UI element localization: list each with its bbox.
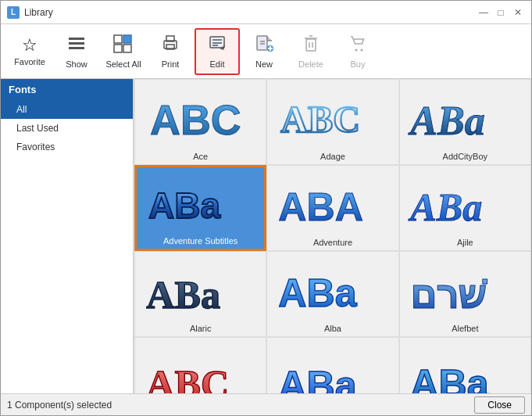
- font-grid: ABC Ace ABC: [134, 79, 531, 393]
- svg-rect-24: [306, 39, 316, 51]
- sidebar-item-favorites[interactable]: Favorites: [1, 138, 133, 156]
- buy-label: Buy: [351, 59, 366, 69]
- toolbar: ☆ Favorite Show Select All: [1, 24, 531, 79]
- show-label: Show: [66, 59, 87, 69]
- font-preview-alba: ABa: [270, 258, 395, 321]
- show-icon: [67, 34, 86, 56]
- font-cell-adventure-subtitles[interactable]: ABa Adventure Subtitles: [134, 165, 266, 251]
- title-controls: — □ ✕: [477, 5, 525, 20]
- svg-text:ABC: ABC: [146, 361, 229, 393]
- main-area: Fonts All Last Used Favorites: [1, 79, 531, 393]
- select-all-label: Select All: [105, 59, 141, 69]
- svg-rect-4: [114, 45, 122, 52]
- font-preview-row4-2: ABa: [270, 344, 395, 393]
- svg-rect-0: [69, 38, 84, 40]
- font-cell-adventure[interactable]: ABA Adventure: [266, 165, 398, 251]
- font-preview-ajile: ABa: [403, 172, 527, 235]
- sidebar-item-last-used[interactable]: Last Used: [1, 119, 133, 138]
- window-icon: L: [7, 6, 20, 19]
- font-cell-alefbet[interactable]: שׁרם Alefbet: [399, 251, 531, 337]
- select-all-button[interactable]: Select All: [101, 28, 146, 75]
- font-cell-adage[interactable]: ABC Adage: [266, 79, 398, 165]
- show-button[interactable]: Show: [54, 28, 99, 75]
- svg-text:ABC: ABC: [280, 99, 360, 140]
- favorite-icon: ☆: [22, 37, 37, 54]
- font-preview-adage: ABC: [270, 86, 395, 149]
- title-bar-left: L Library: [7, 6, 53, 19]
- buy-button[interactable]: Buy: [335, 28, 380, 75]
- close-button[interactable]: Close: [474, 396, 525, 414]
- select-all-icon: [113, 34, 134, 56]
- title-bar: L Library — □ ✕: [1, 1, 531, 24]
- favorite-label: Favorite: [14, 57, 45, 66]
- maximize-button[interactable]: □: [494, 5, 508, 20]
- font-cell-row4-2[interactable]: ABa: [266, 337, 398, 393]
- svg-text:ABa: ABa: [409, 98, 485, 142]
- edit-button[interactable]: Edit: [195, 28, 240, 75]
- edit-label: Edit: [210, 59, 225, 69]
- font-name-addcityboy: AddCityBoy: [443, 152, 487, 161]
- font-preview-adventure-subtitles: ABa: [140, 174, 261, 233]
- new-icon: [255, 34, 273, 56]
- delete-label: Delete: [298, 59, 323, 69]
- sidebar: Fonts All Last Used Favorites: [1, 79, 134, 393]
- font-cell-row4-3[interactable]: ABa: [399, 337, 531, 393]
- font-name-alba: Alba: [324, 324, 341, 333]
- minimize-button[interactable]: —: [477, 5, 491, 20]
- font-cell-ace[interactable]: ABC Ace: [134, 79, 266, 165]
- window-title: Library: [24, 7, 53, 18]
- edit-icon: [208, 34, 227, 56]
- svg-text:ABA: ABA: [278, 185, 363, 228]
- sidebar-item-all[interactable]: All: [1, 100, 133, 119]
- font-preview-alaric: ABa: [138, 258, 262, 321]
- svg-text:ABa: ABa: [146, 272, 220, 314]
- status-bar: 1 Component(s) selected Close: [1, 393, 531, 415]
- svg-rect-2: [69, 47, 84, 49]
- font-name-alefbet: Alefbet: [452, 324, 478, 333]
- svg-rect-15: [257, 36, 267, 50]
- print-label: Print: [162, 59, 180, 69]
- font-name-adventure: Adventure: [313, 238, 352, 247]
- svg-rect-10: [210, 37, 224, 48]
- close-window-button[interactable]: ✕: [511, 5, 525, 20]
- font-name-ajile: Ajile: [457, 238, 473, 247]
- font-cell-alaric[interactable]: ABa Alaric: [134, 251, 266, 337]
- font-name-alaric: Alaric: [190, 324, 212, 333]
- font-preview-row4-3: ABa: [403, 344, 527, 393]
- new-button[interactable]: New: [241, 28, 287, 75]
- font-cell-addcityboy[interactable]: ABa AddCityBoy: [399, 79, 531, 165]
- sidebar-header: Fonts: [1, 79, 133, 100]
- svg-text:ABa: ABa: [148, 185, 221, 226]
- svg-point-30: [361, 48, 363, 51]
- font-preview-addcityboy: ABa: [403, 86, 527, 149]
- print-icon: [161, 34, 180, 56]
- delete-icon: [302, 34, 320, 56]
- font-cell-ajile[interactable]: ABa Ajile: [399, 165, 531, 251]
- font-name-adventure-subtitles: Adventure Subtitles: [163, 236, 237, 246]
- font-cell-row4-1[interactable]: ABC: [134, 337, 266, 393]
- font-preview-row4-1: ABC: [138, 344, 262, 393]
- favorite-button[interactable]: ☆ Favorite: [7, 28, 52, 75]
- status-text: 1 Component(s) selected: [7, 400, 112, 411]
- font-preview-ace: ABC: [138, 86, 262, 149]
- new-label: New: [255, 59, 273, 69]
- font-preview-alefbet: שׁרם: [403, 258, 527, 321]
- font-name-ace: Ace: [193, 152, 208, 161]
- buy-icon: [348, 34, 367, 56]
- font-preview-adventure: ABA: [270, 172, 395, 235]
- svg-text:ABa: ABa: [278, 271, 357, 314]
- svg-text:ABC: ABC: [150, 95, 241, 142]
- svg-point-29: [355, 48, 358, 51]
- print-button[interactable]: Print: [148, 28, 193, 75]
- svg-text:ABa: ABa: [411, 361, 490, 393]
- svg-rect-5: [123, 35, 131, 43]
- svg-marker-16: [267, 36, 272, 41]
- svg-text:ABa: ABa: [278, 363, 357, 393]
- delete-button[interactable]: Delete: [288, 28, 334, 75]
- svg-rect-1: [69, 42, 84, 45]
- svg-rect-3: [114, 35, 122, 43]
- font-name-adage: Adage: [320, 152, 345, 161]
- svg-text:שׁרם: שׁרם: [411, 272, 488, 314]
- main-window: L Library — □ ✕ ☆ Favorite Show: [0, 0, 532, 416]
- font-cell-alba[interactable]: ABa Alba: [266, 251, 398, 337]
